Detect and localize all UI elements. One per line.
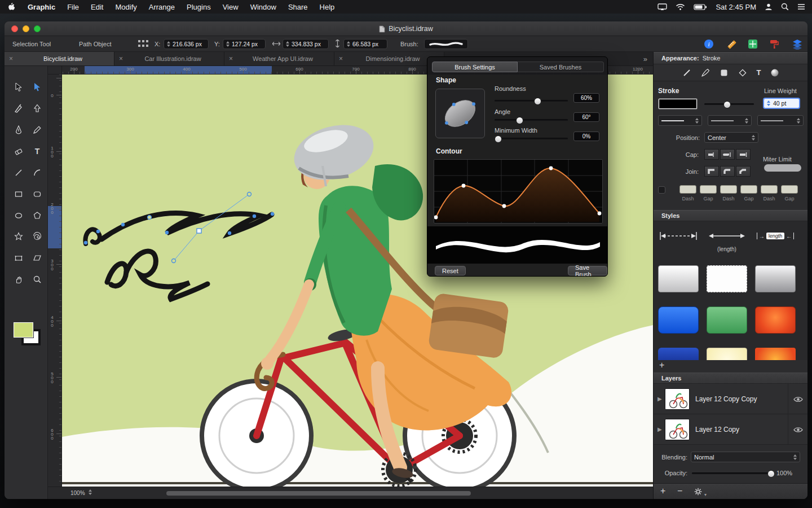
- layer-visibility-eye-icon[interactable]: [793, 426, 803, 433]
- style-swatch-orange[interactable]: [755, 348, 796, 360]
- pencil-tool-icon[interactable]: [30, 122, 45, 138]
- tab-close-icon[interactable]: ×: [9, 55, 13, 63]
- join-bevel-button[interactable]: [736, 166, 751, 177]
- height-value[interactable]: 66.583 px: [352, 41, 378, 47]
- shear-tool-icon[interactable]: [30, 250, 45, 266]
- roundness-value[interactable]: 60%: [573, 93, 599, 103]
- dropdown-stepper[interactable]: [695, 118, 699, 124]
- stroke-style-dropdown[interactable]: [658, 115, 702, 126]
- style-dim-dashed-arrow[interactable]: [658, 226, 699, 246]
- minimum-width-slider[interactable]: [495, 138, 568, 139]
- cap-round-button[interactable]: [720, 149, 735, 160]
- text-tool-icon[interactable]: T: [30, 143, 45, 159]
- add-layer-button[interactable]: +: [660, 486, 665, 496]
- eraser-mode-icon[interactable]: [738, 68, 747, 77]
- tab-car-illustration[interactable]: × Car Illustration.idraw: [114, 52, 224, 65]
- style-swatch-red[interactable]: [755, 306, 796, 334]
- roundness-slider[interactable]: [495, 100, 568, 102]
- menu-clock[interactable]: Sat 2:45 PM: [716, 3, 756, 11]
- knife-tool-icon[interactable]: [11, 100, 26, 116]
- brush-shape-preview[interactable]: [435, 89, 485, 138]
- tab-label[interactable]: Dimensioning.idraw: [346, 55, 439, 62]
- tab-saved-brushes[interactable]: Saved Brushes: [518, 62, 604, 72]
- add-style-button[interactable]: +: [659, 360, 664, 370]
- layer-row-1[interactable]: ▶ Layer 12 Copy Copy: [654, 384, 807, 414]
- grid-icon[interactable]: [748, 39, 758, 49]
- miter-limit-field[interactable]: [764, 164, 801, 172]
- position-dropdown[interactable]: Center: [704, 132, 758, 143]
- close-window-button[interactable]: [11, 25, 18, 32]
- apple-icon[interactable]: [8, 2, 16, 11]
- layer-thumbnail[interactable]: [665, 388, 690, 410]
- opacity-slider-knob[interactable]: [767, 470, 775, 478]
- gap-field-3[interactable]: [781, 185, 798, 194]
- move-tool-icon[interactable]: [30, 100, 45, 116]
- menu-help[interactable]: Help: [320, 3, 335, 11]
- menu-modify[interactable]: Modify: [115, 3, 136, 11]
- rectangle-tool-icon[interactable]: [11, 186, 26, 202]
- alignment-grid-icon[interactable]: [138, 40, 148, 48]
- zoom-level[interactable]: 100%: [70, 490, 85, 496]
- x-stepper[interactable]: [167, 41, 170, 47]
- style-swatch-white-dashed[interactable]: [707, 265, 747, 292]
- dropdown-stepper[interactable]: [797, 118, 800, 124]
- user-icon[interactable]: [765, 3, 773, 11]
- screen-mirroring-icon[interactable]: [657, 3, 667, 11]
- tab-close-icon[interactable]: ×: [229, 55, 233, 63]
- title-bar[interactable]: Bicyclist.idraw: [5, 21, 807, 36]
- notification-list-icon[interactable]: [797, 3, 805, 10]
- eraser-tool-icon[interactable]: [11, 143, 26, 159]
- style-swatch-silver[interactable]: [755, 265, 796, 292]
- direct-selection-tool-icon[interactable]: [30, 79, 45, 95]
- disclosure-triangle-icon[interactable]: ▶: [657, 396, 662, 402]
- minimum-width-slider-knob[interactable]: [495, 135, 502, 143]
- menu-file[interactable]: File: [67, 3, 79, 11]
- info-icon[interactable]: i: [704, 39, 714, 49]
- layer-visibility-eye-icon[interactable]: [793, 396, 803, 403]
- menu-arrange[interactable]: Arrange: [149, 3, 175, 11]
- cap-projecting-button[interactable]: [736, 149, 751, 160]
- text-mode-icon[interactable]: T: [757, 68, 761, 77]
- brush-preview-dropdown[interactable]: [424, 39, 468, 49]
- battery-icon[interactable]: [694, 4, 707, 10]
- selection-tool-icon[interactable]: [11, 79, 26, 95]
- opacity-slider[interactable]: [692, 472, 772, 474]
- minimum-width-value[interactable]: 0%: [573, 132, 599, 141]
- dropdown-stepper[interactable]: [793, 454, 797, 460]
- y-coordinate-field[interactable]: 127.24 px: [223, 39, 266, 49]
- y-value[interactable]: 127.24 px: [232, 41, 258, 47]
- button-shape-tool-icon[interactable]: [11, 250, 26, 266]
- dash-field-3[interactable]: [761, 185, 778, 194]
- polygon-tool-icon[interactable]: [30, 208, 45, 224]
- layers-icon[interactable]: [792, 38, 803, 50]
- tab-label[interactable]: Bicyclist.idraw: [16, 55, 109, 62]
- width-field[interactable]: 334.833 px: [283, 39, 329, 49]
- horizontal-scrollbar[interactable]: [166, 491, 471, 496]
- layer-name[interactable]: Layer 12 Copy Copy: [695, 395, 757, 403]
- dropdown-stepper[interactable]: [752, 135, 755, 141]
- wifi-icon[interactable]: [676, 3, 685, 10]
- gap-field-1[interactable]: [700, 185, 717, 194]
- x-coordinate-field[interactable]: 216.636 px: [164, 39, 209, 49]
- zoom-tool-icon[interactable]: [30, 271, 45, 287]
- minimize-window-button[interactable]: [23, 25, 29, 32]
- dropdown-stepper[interactable]: [745, 118, 748, 124]
- ellipse-tool-icon[interactable]: [11, 208, 26, 224]
- width-stepper[interactable]: [286, 41, 289, 47]
- tab-close-icon[interactable]: ×: [339, 55, 343, 63]
- star-tool-icon[interactable]: [11, 229, 26, 244]
- style-swatch-pale-yellow[interactable]: [707, 348, 747, 360]
- style-swatch-blue[interactable]: [658, 306, 699, 334]
- blending-dropdown[interactable]: Normal: [691, 452, 800, 462]
- angle-value[interactable]: 60°: [573, 112, 599, 122]
- tab-weather-app-ui[interactable]: × Weather App UI.idraw: [224, 52, 334, 65]
- tab-close-icon[interactable]: ×: [119, 55, 123, 63]
- brush-mode-icon[interactable]: [701, 68, 710, 77]
- join-round-button[interactable]: [720, 166, 735, 177]
- style-swatch-green[interactable]: [707, 306, 747, 334]
- line-weight-stepper[interactable]: [767, 100, 770, 106]
- gear-dropdown-chevron[interactable]: ▾: [704, 492, 707, 497]
- tab-overflow-chevron[interactable]: »: [638, 52, 653, 65]
- line-weight-slider[interactable]: [704, 103, 754, 105]
- stroke-mode-icon[interactable]: [682, 68, 691, 77]
